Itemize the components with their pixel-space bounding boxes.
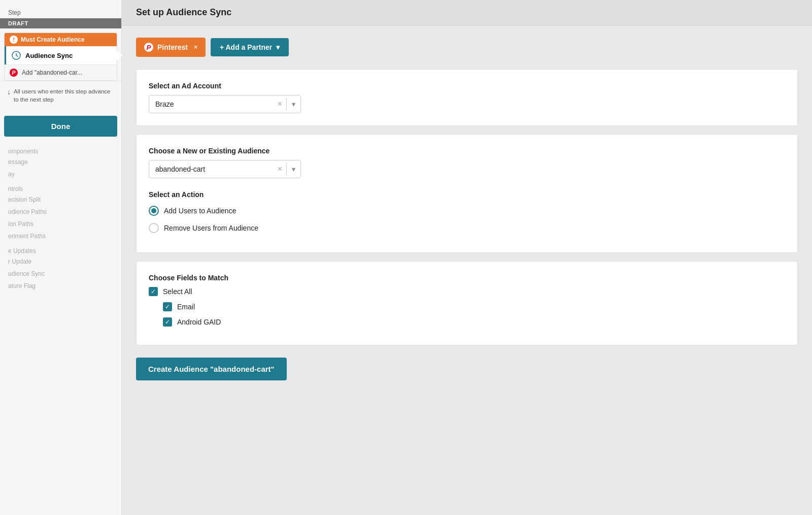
remove-users-radio-icon (149, 223, 159, 233)
page-title: Set up Audience Sync (136, 7, 798, 18)
message-item[interactable]: essage (0, 156, 121, 168)
main-header: Set up Audience Sync (122, 0, 812, 25)
email-checkbox-icon: ✓ (163, 302, 172, 311)
android-gaid-checkbox[interactable]: ✓ Android GAID (163, 317, 785, 327)
pinterest-close-icon[interactable]: × (194, 44, 197, 51)
components-section: omponents (0, 145, 121, 156)
must-create-label: Must Create Audience (21, 36, 85, 43)
remove-users-radio[interactable]: Remove Users from Audience (149, 223, 785, 233)
chevron-down-icon: ▾ (276, 43, 280, 51)
action-label: Select an Action (149, 190, 785, 199)
create-audience-button[interactable]: Create Audience "abandoned-cart" (136, 358, 287, 380)
delay-item[interactable]: ay (0, 168, 121, 180)
controls-section: ntrols (0, 182, 121, 194)
warning-icon: ! (10, 36, 18, 44)
pinterest-button[interactable]: P Pinterest × (136, 38, 206, 57)
pinterest-logo-icon: P (144, 43, 153, 52)
audience-clear-icon[interactable]: × (274, 165, 286, 173)
action-section: Select an Action Add Users to Audience R… (149, 190, 785, 233)
ad-account-clear-icon[interactable]: × (274, 100, 286, 108)
active-chevron (117, 50, 123, 60)
audience-chevron-icon[interactable]: ▾ (287, 165, 300, 173)
email-label: Email (177, 303, 195, 311)
advance-note: ↓ All users who enter this step advance … (0, 81, 121, 110)
audience-card: Choose a New or Existing Audience abando… (136, 134, 798, 253)
ad-account-label: Select an Ad Account (149, 82, 785, 90)
partner-row: P Pinterest × + Add a Partner ▾ (136, 38, 798, 57)
add-users-label: Add Users to Audience (164, 207, 236, 215)
draft-badge: DRAFT (0, 18, 121, 28)
ad-account-chevron-icon[interactable]: ▾ (287, 100, 300, 108)
step-label: Step (0, 5, 121, 18)
audience-sync-nav-item[interactable]: udience Sync (0, 268, 121, 280)
must-create-card: ! Must Create Audience Audience Sync P A… (4, 33, 117, 81)
pinterest-small-icon: P (10, 69, 18, 77)
audience-sync-icon (11, 50, 21, 60)
live-updates-section: e Updates (0, 244, 121, 255)
audience-value: abandoned-cart (149, 160, 274, 178)
select-all-checkbox-icon: ✓ (149, 287, 158, 296)
ad-account-value: Braze (149, 95, 274, 113)
audience-select-label: Choose a New or Existing Audience (149, 147, 785, 155)
main-body: P Pinterest × + Add a Partner ▾ Select a… (122, 25, 812, 515)
audience-select[interactable]: abandoned-cart × ▾ (149, 160, 301, 178)
remove-users-label: Remove Users from Audience (164, 224, 258, 232)
audience-sync-item[interactable]: Audience Sync (5, 46, 117, 65)
add-item-label: Add "abandoned-car... (22, 69, 82, 76)
select-all-label: Select All (163, 287, 192, 296)
action-paths-item[interactable]: ion Paths (0, 218, 121, 230)
add-users-radio-icon (149, 206, 159, 216)
decision-split-item[interactable]: ecision Split (0, 194, 121, 206)
pinterest-label: Pinterest (157, 43, 188, 51)
add-partner-button[interactable]: + Add a Partner ▾ (211, 38, 289, 56)
sidebar: Step DRAFT ! Must Create Audience Audien… (0, 0, 122, 515)
fields-indent: ✓ Email ✓ Android GAID (163, 302, 785, 327)
add-abandoned-cart-item[interactable]: P Add "abandoned-car... (5, 65, 117, 80)
user-update-item[interactable]: r Update (0, 255, 121, 268)
ad-account-select[interactable]: Braze × ▾ (149, 95, 301, 113)
main-content: Set up Audience Sync P Pinterest × + Add… (122, 0, 812, 515)
email-checkbox[interactable]: ✓ Email (163, 302, 785, 311)
experiment-paths-item[interactable]: eriment Paths (0, 230, 121, 242)
audience-paths-item[interactable]: udience Paths (0, 206, 121, 218)
fields-label: Choose Fields to Match (149, 274, 785, 282)
audience-sync-label: Audience Sync (25, 52, 73, 59)
add-users-radio[interactable]: Add Users to Audience (149, 206, 785, 216)
ad-account-card: Select an Ad Account Braze × ▾ (136, 69, 798, 126)
must-create-banner: ! Must Create Audience (5, 33, 117, 46)
done-button[interactable]: Done (4, 116, 117, 137)
android-gaid-checkbox-icon: ✓ (163, 317, 172, 327)
add-partner-label: + Add a Partner (220, 43, 272, 51)
feature-flag-item[interactable]: ature Flag (0, 280, 121, 292)
android-gaid-label: Android GAID (177, 318, 221, 326)
select-all-checkbox[interactable]: ✓ Select All (149, 287, 785, 296)
fields-card: Choose Fields to Match ✓ Select All ✓ Em… (136, 261, 798, 345)
